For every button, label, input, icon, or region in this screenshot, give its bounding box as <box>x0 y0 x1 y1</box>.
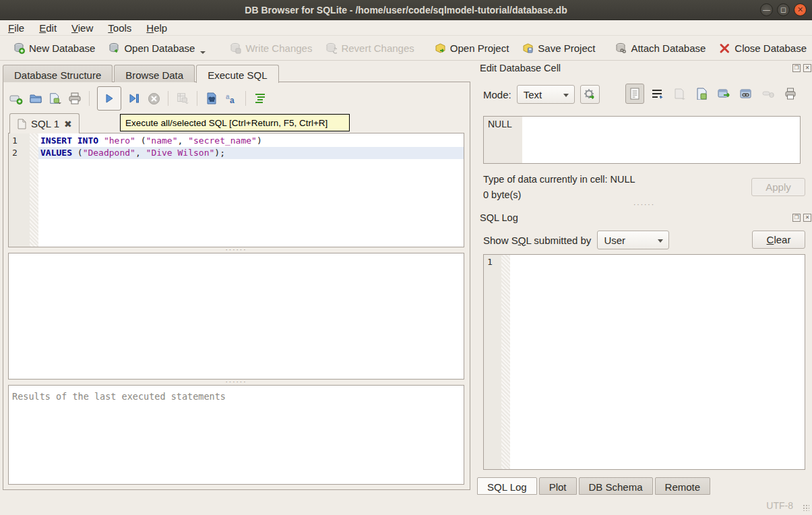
log-content[interactable] <box>510 255 805 469</box>
menu-view[interactable]: View <box>71 22 93 34</box>
line-number-gutter: 12 <box>9 133 30 247</box>
close-button[interactable]: ✕ <box>794 3 807 16</box>
attach-database-icon <box>615 42 627 54</box>
sql-code-line[interactable]: INSERT INTO "hero" ("name", "secret_name… <box>38 135 464 147</box>
mode-value: Text <box>524 89 542 100</box>
revert-changes-icon <box>325 42 337 54</box>
copy-link-button[interactable] <box>737 84 755 104</box>
import-data-button[interactable] <box>580 85 600 104</box>
print-sql-button[interactable] <box>68 92 82 105</box>
save-sql-file-icon <box>49 92 62 105</box>
write-changes-button: Write Changes <box>223 38 319 58</box>
results-splitter[interactable]: ······ <box>8 380 464 384</box>
log-line-number-gutter: 1 <box>484 255 501 469</box>
sql-file-icon <box>17 119 26 129</box>
revert-changes-label: Revert Changes <box>341 42 414 54</box>
execute-tooltip: Execute all/selected SQL [Ctrl+Return, F… <box>120 114 350 131</box>
sql-log-area[interactable]: 1 <box>483 254 805 470</box>
open-database-dropdown-arrow[interactable] <box>200 51 206 54</box>
open-sql-file-button[interactable] <box>29 92 42 105</box>
sql-code-line[interactable]: VALUES ("Deadpond", "Dive Wilson"); <box>38 147 464 159</box>
new-sql-tab-button[interactable] <box>9 92 23 105</box>
clear-log-button[interactable]: Clear <box>752 231 805 249</box>
open-external-icon <box>718 88 730 99</box>
tab-database-structure[interactable]: Database Structure <box>3 65 113 82</box>
link-icon <box>740 88 752 99</box>
editor-splitter[interactable]: ······ <box>8 248 464 251</box>
stop-execution-icon <box>148 92 160 105</box>
close-dock-icon[interactable]: ✕ <box>803 214 811 222</box>
open-database-button[interactable]: Open Database <box>102 38 212 58</box>
float-dock-icon[interactable]: ❐ <box>792 214 801 222</box>
menu-help[interactable]: Help <box>146 22 167 34</box>
sql-code-area[interactable]: INSERT INTO "hero" ("name", "secret_name… <box>38 133 464 247</box>
close-database-button[interactable]: Close Database <box>712 38 812 58</box>
save-project-label: Save Project <box>538 42 595 54</box>
dock-splitter[interactable]: ······ <box>483 203 805 206</box>
execute-all-button[interactable] <box>97 86 121 111</box>
main-toolbar: New Database Open Database Write Changes… <box>0 36 812 61</box>
menubar: File Edit View Tools Help <box>0 20 812 36</box>
open-in-external-button[interactable] <box>714 84 733 104</box>
save-project-button[interactable]: Save Project <box>516 38 602 58</box>
print-cell-button[interactable] <box>781 84 800 104</box>
write-changes-label: Write Changes <box>245 42 312 54</box>
filter-combobox[interactable]: User <box>597 231 669 249</box>
word-wrap-icon <box>651 88 663 99</box>
sql-log-filter-row: Show SQL submitted by User <box>483 231 669 249</box>
line-number: 1 <box>12 135 27 147</box>
menu-file[interactable]: File <box>8 22 24 34</box>
apply-button: Apply <box>751 178 805 196</box>
minimize-button[interactable]: — <box>760 3 773 16</box>
dock-tab-sql-log[interactable]: SQL Log <box>477 477 537 495</box>
save-sql-file-button[interactable] <box>49 92 62 105</box>
open-database-label: Open Database <box>124 42 195 54</box>
dock-tab-plot[interactable]: Plot <box>539 477 577 495</box>
float-dock-icon[interactable]: ❐ <box>792 64 801 72</box>
gear-arrow-icon <box>584 88 596 100</box>
close-sql-tab-icon[interactable]: ✖ <box>64 119 72 129</box>
import-text-icon <box>673 88 685 100</box>
autocomplete-icon: aa <box>224 92 238 105</box>
open-database-icon <box>108 42 120 54</box>
find-replace-button[interactable] <box>205 92 218 105</box>
open-project-icon <box>435 42 446 54</box>
dock-tab-remote[interactable]: Remote <box>655 477 711 495</box>
new-database-icon <box>13 42 25 54</box>
fold-margin <box>30 133 38 247</box>
format-sql-button[interactable] <box>253 92 267 105</box>
new-sql-tab-icon <box>9 92 23 105</box>
export-text-button[interactable] <box>692 84 711 104</box>
attach-database-button[interactable]: Attach Database <box>608 38 712 58</box>
close-dock-icon[interactable]: ✕ <box>803 64 811 72</box>
dock-tabbar: SQL Log Plot DB Schema Remote <box>477 477 712 495</box>
close-database-icon <box>719 42 730 54</box>
tab-execute-sql[interactable]: Execute SQL <box>196 65 278 83</box>
tab-browse-data[interactable]: Browse Data <box>114 65 195 82</box>
mode-label: Mode: <box>483 89 511 100</box>
sql-editor-tab[interactable]: SQL 1 ✖ <box>9 113 80 133</box>
filter-value: User <box>604 235 625 246</box>
resize-grip[interactable] <box>803 504 809 511</box>
new-database-button[interactable]: New Database <box>7 38 102 58</box>
results-message-pane[interactable]: Results of the last executed statements <box>8 385 464 485</box>
autocomplete-button[interactable]: aa <box>224 92 238 105</box>
menu-tools[interactable]: Tools <box>108 22 131 34</box>
sql-log-title: SQL Log <box>480 212 518 223</box>
export-text-icon <box>695 88 708 100</box>
results-grid[interactable] <box>8 253 464 380</box>
dock-tab-db-schema[interactable]: DB Schema <box>579 477 653 495</box>
sql-editor[interactable]: 12 INSERT INTO "hero" ("name", "secret_n… <box>8 133 464 247</box>
edit-cell-mode-row: Mode: Text <box>483 85 600 104</box>
svg-text:a: a <box>230 96 235 105</box>
word-wrap-button[interactable] <box>648 84 666 104</box>
cell-editor[interactable]: NULL <box>483 116 801 164</box>
execute-line-button[interactable] <box>127 92 141 105</box>
maximize-button[interactable]: ◻ <box>777 3 790 16</box>
open-project-button[interactable]: Open Project <box>428 38 516 58</box>
menu-edit[interactable]: Edit <box>39 22 57 34</box>
attach-database-label: Attach Database <box>631 42 706 54</box>
mode-combobox[interactable]: Text <box>517 85 575 104</box>
text-mode-button[interactable] <box>625 84 644 104</box>
open-sql-file-icon <box>29 92 42 105</box>
